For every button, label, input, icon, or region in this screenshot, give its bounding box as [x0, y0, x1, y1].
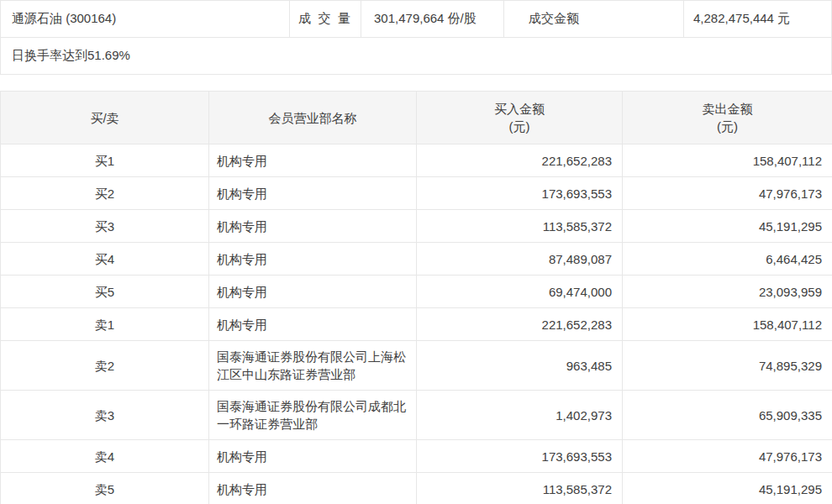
sell-amount-cell: 23,093,959: [623, 276, 832, 308]
broker-name-cell: 机构专用: [209, 276, 417, 308]
table-header-row: 买/卖 会员营业部名称 买入金额 (元) 卖出金额 (元): [1, 92, 832, 144]
sell-amount-cell: 45,191,295: [623, 473, 832, 504]
broker-rankings-table: 买/卖 会员营业部名称 买入金额 (元) 卖出金额 (元) 买1 机构专用 22…: [0, 91, 832, 504]
broker-name-cell: 机构专用: [209, 440, 417, 473]
side-cell: 买4: [1, 243, 209, 276]
table-row: 买3 机构专用 113,585,372 45,191,295: [1, 210, 832, 243]
table-row: 卖4 机构专用 173,693,553 47,976,173: [1, 440, 832, 473]
buy-amount-cell: 221,652,283: [417, 308, 623, 341]
side-cell: 买1: [1, 144, 209, 177]
sell-amount-cell: 45,191,295: [623, 210, 832, 243]
buy-amount-cell: 87,489,087: [417, 243, 623, 276]
side-cell: 卖1: [1, 308, 209, 341]
sell-amount-cell: 158,407,112: [623, 308, 832, 341]
summary-row: 通源石油 (300164) 成 交 量 301,479,664 份/股 成交金额…: [1, 1, 831, 38]
broker-name-cell: 国泰海通证券股份有限公司上海松江区中山东路证券营业部: [209, 341, 417, 391]
buy-amount-cell: 113,585,372: [417, 210, 623, 243]
table-row: 卖1 机构专用 221,652,283 158,407,112: [1, 308, 832, 341]
volume-label: 成 交 量: [290, 1, 361, 37]
broker-name-cell: 国泰海通证券股份有限公司成都北一环路证券营业部: [209, 391, 417, 440]
broker-name-cell: 机构专用: [209, 177, 417, 210]
side-cell: 卖4: [1, 440, 209, 473]
sell-amount-cell: 65,909,335: [623, 391, 832, 440]
table-row: 买2 机构专用 173,693,553 47,976,173: [1, 177, 832, 210]
turnover-rate-note: 日换手率达到51.69%: [1, 38, 831, 74]
broker-name-cell: 机构专用: [209, 210, 417, 243]
buy-amount-cell: 113,585,372: [417, 473, 623, 504]
side-cell: 卖2: [1, 341, 209, 391]
table-row: 卖3 国泰海通证券股份有限公司成都北一环路证券营业部 1,402,973 65,…: [1, 391, 832, 440]
header-buy-amount: 买入金额 (元): [417, 92, 623, 144]
side-cell: 卖3: [1, 391, 209, 440]
header-buy-amount-unit: (元): [418, 118, 621, 135]
buy-amount-cell: 173,693,553: [417, 440, 623, 473]
side-cell: 买3: [1, 210, 209, 243]
header-sell-amount-unit: (元): [624, 118, 831, 135]
table-row: 买4 机构专用 87,489,087 6,464,425: [1, 243, 832, 276]
buy-amount-cell: 1,402,973: [417, 391, 623, 440]
broker-name-cell: 机构专用: [209, 308, 417, 341]
sell-amount-cell: 158,407,112: [623, 144, 832, 177]
table-row: 买5 机构专用 69,474,000 23,093,959: [1, 276, 832, 308]
buy-amount-cell: 221,652,283: [417, 144, 623, 177]
header-sell-amount-label: 卖出金额: [624, 100, 831, 118]
table-row: 买1 机构专用 221,652,283 158,407,112: [1, 144, 832, 177]
stock-title: 通源石油 (300164): [1, 1, 290, 37]
summary-bar: 通源石油 (300164) 成 交 量 301,479,664 份/股 成交金额…: [0, 0, 832, 75]
broker-name-cell: 机构专用: [209, 243, 417, 276]
buy-amount-cell: 963,485: [417, 341, 623, 391]
header-broker-name: 会员营业部名称: [209, 92, 417, 144]
header-buy-sell: 买/卖: [1, 92, 209, 144]
volume-value: 301,479,664 份/股: [361, 1, 504, 37]
sell-amount-cell: 47,976,173: [623, 440, 832, 473]
sell-amount-cell: 74,895,329: [623, 341, 832, 391]
table-row: 卖2 国泰海通证券股份有限公司上海松江区中山东路证券营业部 963,485 74…: [1, 341, 832, 391]
side-cell: 买5: [1, 276, 209, 308]
buy-amount-cell: 69,474,000: [417, 276, 623, 308]
broker-name-cell: 机构专用: [209, 473, 417, 504]
sell-amount-cell: 6,464,425: [623, 243, 832, 276]
side-cell: 卖5: [1, 473, 209, 504]
sell-amount-cell: 47,976,173: [623, 177, 832, 210]
turnover-amount-value: 4,282,475,444 元: [684, 1, 831, 37]
header-sell-amount: 卖出金额 (元): [623, 92, 832, 144]
broker-name-cell: 机构专用: [209, 144, 417, 177]
turnover-amount-label: 成交金额: [504, 1, 684, 37]
side-cell: 买2: [1, 177, 209, 210]
header-buy-amount-label: 买入金额: [418, 100, 621, 118]
buy-amount-cell: 173,693,553: [417, 177, 623, 210]
table-row: 卖5 机构专用 113,585,372 45,191,295: [1, 473, 832, 504]
